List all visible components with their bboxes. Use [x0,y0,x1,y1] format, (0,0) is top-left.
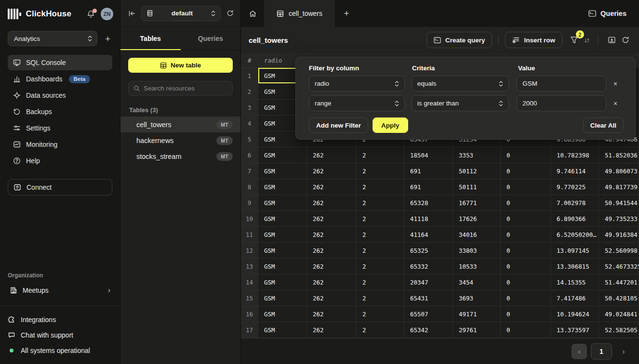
sidebar-item-backups[interactable]: Backups [8,104,112,119]
notifications-button[interactable] [87,10,95,18]
table-cell[interactable]: 0 [501,179,551,195]
table-cell[interactable]: 17626 [453,211,501,227]
table-cell[interactable]: 0 [501,211,551,227]
create-query-button[interactable]: Create query [426,32,493,48]
table-cell[interactable]: 13.306815 [551,259,599,274]
table-cell[interactable]: 0 [501,195,551,211]
table-cell[interactable]: GSM [258,163,307,179]
table-cell[interactable]: 65431 [404,290,453,306]
table-cell[interactable]: 41118 [404,211,453,227]
table-cell[interactable]: 49.817739 [599,179,639,195]
sidebar-item-help[interactable]: Help [8,153,112,169]
table-cell[interactable]: 18504 [404,147,453,163]
filter-value-input[interactable] [517,95,606,111]
table-cell[interactable]: 0 [501,163,551,179]
table-cell[interactable]: 65342 [404,322,453,338]
sidebar-item-sql-console[interactable]: SQL Console [8,55,112,70]
apply-button[interactable]: Apply [373,117,408,133]
table-cell[interactable]: 262 [307,179,357,195]
table-cell[interactable]: 50.941544 [599,195,639,211]
table-cell[interactable]: GSM [258,306,307,322]
table-cell[interactable]: 262 [307,306,357,322]
table-cell[interactable]: 3693 [453,290,501,306]
table-cell[interactable]: 10.782398 [551,147,599,163]
sidebar-item-integrations[interactable]: Integrations [8,313,112,326]
list-item-cell-towers[interactable]: cell_towers MT [120,117,240,132]
table-cell[interactable]: 2 [357,322,404,338]
tab-cell-towers[interactable]: cell_towers [264,0,335,27]
table-cell[interactable]: 6.890366 [551,211,599,227]
avatar[interactable]: ZN [101,8,113,20]
table-cell[interactable]: GSM [258,322,307,338]
filter-button[interactable]: 2 [567,33,581,47]
table-cell[interactable]: 2 [357,290,404,306]
current-page[interactable]: 1 [591,343,612,360]
table-cell[interactable]: 0 [501,290,551,306]
table-cell[interactable]: 10533 [453,259,501,274]
sidebar-item-data-sources[interactable]: Data sources [8,88,112,103]
prev-page-button[interactable]: ‹ [572,344,587,359]
connect-button[interactable]: Connect [8,179,112,195]
tab-tables[interactable]: Tables [120,27,181,50]
table-cell[interactable]: GSM [258,243,307,259]
table-cell[interactable]: 0 [501,306,551,322]
clear-all-button[interactable]: Clear All [583,117,624,133]
table-cell[interactable]: 2 [357,259,404,274]
table-cell[interactable]: 2 [357,243,404,259]
table-cell[interactable]: 3454 [453,274,501,290]
filter-criteria-select[interactable]: equals [412,76,509,91]
sidebar-item-chat-support[interactable]: Chat with support [8,328,112,342]
table-cell[interactable]: 33803 [453,243,501,259]
table-cell[interactable]: 52.560998 [599,243,639,259]
table-cell[interactable]: 0 [501,243,551,259]
sort-button[interactable]: ↓↑ [581,33,592,47]
next-page-button[interactable]: › [616,344,631,359]
table-cell[interactable]: 49.024841 [599,306,639,322]
table-cell[interactable]: 13.373597 [551,322,599,338]
table-cell[interactable]: 49.735233 [599,211,639,227]
table-cell[interactable]: 49171 [453,306,501,322]
filter-column-select[interactable]: range [309,95,405,111]
refresh-button[interactable] [619,33,632,47]
table-cell[interactable]: 0 [501,147,551,163]
table-cell[interactable]: GSM [258,195,307,211]
list-item-hackernews[interactable]: hackernews MT [120,132,240,148]
table-cell[interactable]: 2 [357,274,404,290]
table-cell[interactable]: 0 [501,259,551,274]
table-cell[interactable]: 7.417486 [551,290,599,306]
table-cell[interactable]: 50112 [453,163,501,179]
filter-criteria-select[interactable]: is greater than [412,95,509,111]
table-cell[interactable]: 51.447201 [599,274,639,290]
table-cell[interactable]: 65332 [404,259,453,274]
table-cell[interactable]: 2 [357,163,404,179]
sidebar-item-monitoring[interactable]: Monitoring [8,137,112,152]
download-button[interactable] [605,33,619,47]
table-cell[interactable]: GSM [258,274,307,290]
sidebar-item-meetups[interactable]: Meetups › [8,283,112,298]
table-cell[interactable]: 691 [404,163,453,179]
table-cell[interactable]: 10.194624 [551,306,599,322]
insert-row-button[interactable]: Insert row [505,32,562,48]
table-cell[interactable]: 0 [501,322,551,338]
table-cell[interactable]: 14.15355 [551,274,599,290]
table-cell[interactable]: 65507 [404,306,453,322]
table-cell[interactable]: 262 [307,227,357,243]
table-cell[interactable]: GSM [258,290,307,306]
new-table-button[interactable]: New table [128,58,233,73]
table-cell[interactable]: 20347 [404,274,453,290]
table-cell[interactable]: 49.806073 [599,163,639,179]
table-cell[interactable]: 65325 [404,243,453,259]
table-cell[interactable]: 691 [404,179,453,195]
search-input[interactable] [144,85,227,92]
filter-column-select[interactable]: radio [309,76,405,91]
system-status[interactable]: All systems operational [8,344,112,357]
table-cell[interactable]: 49.916384 [599,227,639,243]
table-cell[interactable]: 262 [307,322,357,338]
table-cell[interactable]: 41164 [404,227,453,243]
table-cell[interactable]: 0 [501,227,551,243]
table-cell[interactable]: 7.002978 [551,195,599,211]
database-select[interactable]: default [141,6,221,21]
table-cell[interactable]: 3353 [453,147,501,163]
table-cell[interactable]: 9.746114 [551,163,599,179]
list-item-stocks-stream[interactable]: stocks_stream MT [120,148,240,164]
